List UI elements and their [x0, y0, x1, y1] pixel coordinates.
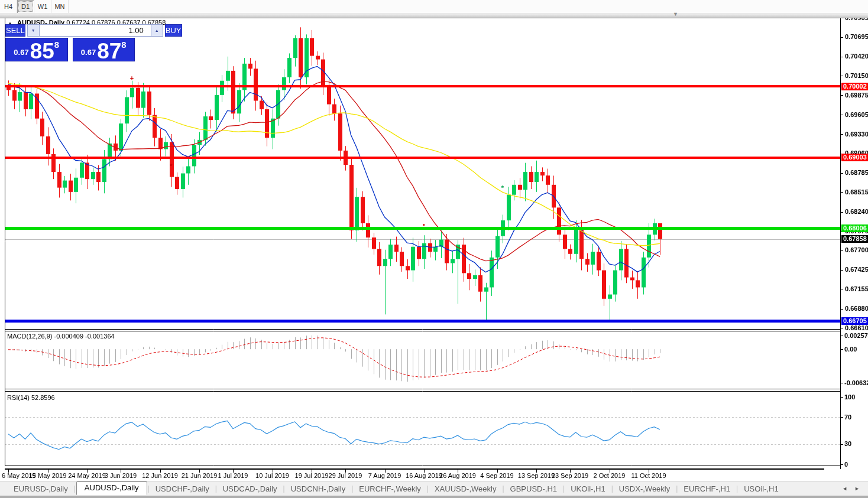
buy-price-prefix: 0.67 [81, 48, 96, 57]
trade-marker: * [170, 162, 172, 170]
tabs-scroll-right-button[interactable]: ► [854, 486, 860, 492]
price-axis-label: 0.67700 [845, 246, 868, 254]
time-axis-label: 19 Jul 2019 [295, 472, 329, 479]
price-axis-label: 0.69605 [845, 111, 868, 119]
price-axis-label: 0.67425 [845, 266, 868, 274]
tab-scroll-controls: ◄ ► [834, 486, 868, 492]
time-axis-label: 13 Sep 2019 [518, 472, 555, 479]
one-click-trading-panel: SELL ▼ ▲ BUY 0.67 85 8 0.67 87 8 [5, 24, 135, 61]
time-axis-label: 26 Aug 2019 [439, 472, 476, 479]
tab-separator: | [283, 484, 285, 493]
price-axis-label: 0.69330 [845, 131, 868, 138]
tab-usdx-weekly[interactable]: USDX-,Weekly [614, 483, 675, 495]
timeframe-toolbar: H4D1W1MN [0, 0, 868, 14]
tab-usoil-h1[interactable]: USOil-,H1 [739, 483, 784, 495]
status-strip [0, 496, 868, 498]
sell-price-big: 85 [30, 43, 54, 60]
time-axis-label: 16 Aug 2019 [406, 472, 442, 479]
timeframe-button-w1[interactable]: W1 [34, 0, 51, 13]
buy-button[interactable]: BUY [165, 24, 182, 37]
time-axis-label: 11 Oct 2019 [631, 472, 666, 479]
chart-shift-marker-icon: ▼ [673, 12, 678, 17]
macd-axis-label: 0.002574 [844, 332, 868, 340]
tab-usdchf-daily[interactable]: USDCHF-,Daily [150, 483, 215, 495]
timeframe-button-h4[interactable]: H4 [0, 0, 17, 13]
sell-price-prefix: 0.67 [14, 48, 28, 57]
price-axis-label: 0.70695 [845, 33, 868, 41]
chevron-up-icon: ▲ [155, 28, 159, 32]
time-axis-label: 29 Jul 2019 [329, 472, 362, 479]
current-price-badge: 0.67858 [841, 235, 868, 243]
macd-indicator-label: MACD(12,26,9) -0.000409 -0.001364 [7, 333, 115, 340]
rsi-axis-label: 0 [844, 461, 848, 468]
timeframe-button-d1[interactable]: D1 [17, 0, 34, 13]
time-axis-label: 15 May 2019 [29, 472, 67, 479]
time-axis-label: 7 Aug 2019 [368, 472, 401, 479]
volume-stepper: ▼ ▲ [27, 24, 163, 37]
tab-separator: | [351, 484, 353, 493]
price-level-badge: 0.69003 [841, 154, 868, 161]
tab-xauusd-weekly[interactable]: XAUUSD-,Weekly [429, 483, 502, 495]
price-axis-label: 0.68785 [845, 169, 868, 177]
tab-separator: | [611, 484, 613, 493]
price-axis-label: 0.70150 [845, 72, 868, 80]
price-level-badge: 0.66705 [841, 317, 868, 325]
rsi-indicator-label: RSI(14) 52.8596 [7, 394, 55, 401]
tab-separator: | [215, 484, 217, 493]
tab-eurusd-daily[interactable]: EURUSD-,Daily [8, 483, 73, 495]
time-axis-label: 2 Oct 2019 [594, 472, 626, 479]
chevron-down-icon: ▼ [31, 28, 35, 32]
rsi-axis-label: 70 [844, 414, 851, 421]
time-axis-label: 4 Sep 2019 [480, 472, 513, 479]
tab-ukoil-h1[interactable]: UKOil-,H1 [565, 483, 611, 495]
volume-decrease-button[interactable]: ▼ [27, 24, 40, 37]
price-level-badge: 0.68006 [841, 224, 868, 232]
chart-canvas[interactable] [0, 0, 868, 481]
tab-eurchf-h1[interactable]: EURCHF-,H1 [678, 483, 736, 495]
time-axis-label: 24 May 2019 [68, 472, 106, 479]
trade-marker: + [130, 74, 134, 82]
time-axis-label: 23 Sep 2019 [552, 472, 588, 479]
sell-button[interactable]: SELL [5, 24, 25, 37]
time-axis-label: 3 Jun 2019 [105, 472, 137, 479]
sell-price-pipette: 8 [54, 40, 59, 50]
tabs-scroll-left-button[interactable]: ◄ [842, 486, 847, 492]
sell-price-button[interactable]: 0.67 85 8 [5, 38, 68, 61]
tab-eurchf-weekly[interactable]: EURCHF-,Weekly [354, 483, 426, 495]
trade-marker: * [501, 184, 504, 191]
price-axis-label: 0.67155 [845, 285, 868, 293]
buy-price-big: 87 [97, 43, 121, 60]
time-axis-label: 10 Jul 2019 [255, 472, 289, 479]
buy-price-pipette: 8 [121, 40, 126, 50]
rsi-axis-label: 100 [844, 393, 855, 401]
tab-separator: | [427, 484, 429, 493]
window-splitter[interactable] [0, 14, 868, 18]
trade-marker: ▪ [423, 221, 425, 228]
tab-usdcnh-daily[interactable]: USDCNH-,Daily [286, 483, 351, 495]
price-axis-label: 0.68240 [845, 208, 868, 216]
price-axis-label: 0.66610 [845, 324, 868, 332]
time-axis-label: 1 Jul 2019 [218, 472, 248, 479]
macd-axis-label: 0.00 [844, 346, 857, 353]
price-axis-label: 0.68515 [845, 188, 868, 196]
time-axis-label: 12 Jun 2019 [142, 472, 178, 479]
price-level-badge: 0.70002 [841, 83, 868, 90]
tab-usdcad-daily[interactable]: USDCAD-,Daily [218, 483, 283, 495]
macd-axis-label: -0.006326 [844, 379, 868, 387]
tab-separator: | [736, 484, 738, 493]
tab-separator: | [148, 484, 150, 493]
tab-gbpusd-h1[interactable]: GBPUSD-,H1 [505, 483, 562, 495]
timeframe-button-mn[interactable]: MN [51, 0, 69, 13]
tab-separator: | [502, 484, 504, 493]
price-axis-label: 0.70420 [845, 53, 868, 60]
tab-separator: | [563, 484, 565, 493]
buy-price-button[interactable]: 0.67 87 8 [73, 38, 135, 61]
tab-separator: | [676, 484, 678, 493]
tab-separator: | [74, 484, 76, 493]
price-axis-label: 0.69875 [845, 92, 868, 99]
volume-input[interactable] [40, 24, 151, 37]
chart-tab-bar: EURUSD-,Daily|AUDUSD-,Daily|USDCHF-,Dail… [0, 481, 868, 496]
time-axis-label: 21 Jun 2019 [182, 472, 218, 479]
tab-audusd-daily[interactable]: AUDUSD-,Daily [76, 481, 147, 495]
volume-increase-button[interactable]: ▲ [151, 24, 163, 37]
